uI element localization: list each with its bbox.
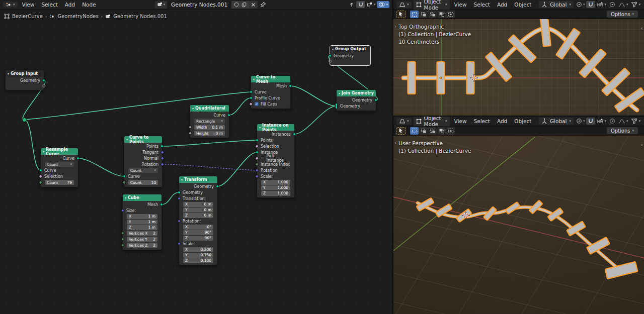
socket-vertices-y[interactable] — [121, 238, 124, 241]
socket-mesh[interactable] — [289, 84, 292, 87]
node-header[interactable]: ▾Group Output — [330, 46, 370, 52]
value-field-vertices-x[interactable]: Vertices X2 — [127, 231, 157, 236]
menu-add[interactable]: Add — [61, 2, 78, 8]
vector-field-z[interactable]: Z0.100 — [183, 258, 213, 263]
breadcrumb-modifier[interactable]: GeometryNodes — [57, 14, 98, 19]
sidebar-expand-arrow[interactable]: ‹ — [641, 142, 643, 148]
select-mode-invert-button[interactable] — [437, 127, 446, 135]
socket-curve[interactable] — [250, 90, 253, 93]
transform-orientation-dropdown[interactable]: Global▾ — [539, 1, 574, 8]
menu-select[interactable]: Select — [470, 118, 494, 124]
socket-translation-[interactable] — [178, 197, 181, 200]
checkbox-pick-instance[interactable] — [261, 156, 265, 160]
node-cube[interactable]: ▾CubeMeshSize:X1 mY1 mZ1 mVertices X2Ver… — [122, 194, 162, 250]
select-mode-intersect-button[interactable] — [446, 127, 455, 135]
vector-field-x[interactable]: X1.000 — [261, 180, 290, 185]
vector-field-z[interactable]: Z90° — [183, 236, 213, 241]
menu-object[interactable]: Object — [511, 2, 535, 8]
value-field-vertices-y[interactable]: Vertices Y2 — [127, 237, 157, 242]
vector-field-z[interactable]: Z1 m — [127, 225, 157, 230]
browse-node-tree-button[interactable]: ▾ — [155, 1, 168, 9]
value-field-count[interactable]: Count79 — [45, 180, 74, 185]
menu-select[interactable]: Select — [470, 2, 494, 8]
node-group-input[interactable]: ▾Group InputGeometry — [5, 70, 44, 90]
socket-curve[interactable] — [76, 157, 79, 160]
vector-field-y[interactable]: Y1.000 — [261, 185, 290, 190]
collapse-chevron-icon[interactable]: ▾ — [43, 150, 44, 153]
editor-type-button[interactable]: ▾ — [396, 118, 412, 125]
socket-scale-[interactable] — [178, 242, 181, 245]
node-header[interactable]: ▾Quadrilateral — [190, 105, 229, 112]
select-mode-intersect-button[interactable] — [446, 11, 455, 18]
socket-geometry[interactable] — [335, 103, 338, 109]
snap-toggle-button[interactable] — [586, 1, 595, 8]
editor-type-button[interactable]: ▾ — [396, 2, 412, 8]
node-header[interactable]: ▾Transform — [179, 176, 217, 183]
socket-instance[interactable] — [256, 151, 259, 154]
snap-target-button[interactable]: ▾ — [365, 1, 377, 8]
node-header[interactable]: ▾Curve to Points — [124, 136, 162, 143]
proportional-falloff-button[interactable]: ▾ — [617, 118, 630, 125]
select-mode-extend-button[interactable] — [419, 127, 428, 135]
node-resample-curve[interactable]: ▾Resample CurveCurveCount▾CurveSelection… — [40, 148, 78, 187]
socket-vertices-x[interactable] — [121, 232, 124, 235]
node-header[interactable]: ▾Join Geometry — [337, 90, 376, 96]
socket-vertices-z[interactable] — [121, 244, 124, 247]
collapse-chevron-icon[interactable]: ▾ — [339, 92, 340, 95]
collapse-chevron-icon[interactable]: ▾ — [192, 107, 194, 110]
pivot-point-button[interactable]: ▾ — [575, 1, 587, 8]
toolbar-expand-arrow[interactable]: › — [394, 140, 396, 146]
node-header[interactable]: ▾Cube — [123, 194, 162, 201]
node-header[interactable]: ▾Curve to Mesh — [251, 76, 290, 82]
unlink-button[interactable] — [249, 1, 258, 9]
node-tree-name[interactable]: Geometry Nodes.001 — [167, 1, 231, 9]
collapse-chevron-icon[interactable]: ▾ — [332, 48, 334, 51]
socket-geometry[interactable] — [216, 185, 219, 188]
filter-button[interactable]: ▾ — [629, 118, 642, 125]
node-transform[interactable]: ▾TransformGeometryGeometryTranslation:X0… — [179, 176, 218, 265]
socket-geometry[interactable] — [329, 54, 332, 57]
select-mode-set-button[interactable] — [410, 127, 419, 135]
options-button[interactable]: Options▾ — [607, 127, 638, 134]
menu-object[interactable]: Object — [511, 118, 535, 124]
vector-field-x[interactable]: X1 m — [127, 214, 157, 219]
socket-virtual[interactable] — [42, 84, 45, 87]
socket-instances[interactable] — [293, 133, 296, 136]
overlays-toggle-button[interactable]: ▾ — [377, 1, 389, 8]
menu-select[interactable]: Select — [38, 2, 61, 8]
socket-curve[interactable] — [227, 114, 230, 117]
vector-field-y[interactable]: Y0.750 — [183, 253, 213, 258]
select-mode-subtract-button[interactable] — [428, 11, 437, 18]
proportional-editing-button[interactable] — [608, 1, 617, 8]
collapse-chevron-icon[interactable]: ▾ — [125, 196, 126, 199]
menu-view[interactable]: View — [451, 118, 470, 124]
vector-field-y[interactable]: Y1 m — [127, 220, 157, 225]
socket-geometry[interactable] — [178, 191, 181, 194]
vector-field-z[interactable]: Z1.000 — [261, 191, 290, 196]
socket-geometry[interactable] — [374, 98, 377, 101]
socket-points[interactable] — [256, 139, 259, 142]
socket-profile-curve[interactable] — [250, 96, 253, 99]
node-curve-to-points[interactable]: ▾Curve to PointsPointsTangentNormalRotat… — [124, 136, 163, 187]
node-quadrilateral[interactable]: ▾QuadrilateralCurveRectangle▾Width0.1 mH… — [190, 104, 229, 138]
transform-orientation-dropdown[interactable]: Global▾ — [539, 118, 574, 125]
snap-with-button[interactable]: ▾ — [595, 2, 608, 8]
shield-icon[interactable] — [234, 2, 239, 8]
node-instance-on-points[interactable]: ▾Instance on PointsInstancesPointsSelect… — [257, 124, 295, 198]
menu-add[interactable]: Add — [494, 118, 511, 124]
parent-node-tree-button[interactable] — [347, 1, 356, 8]
socket-size-[interactable] — [121, 209, 124, 212]
editor-type-button[interactable]: ▾ — [3, 2, 18, 8]
proportional-falloff-button[interactable]: ▾ — [617, 2, 630, 8]
menu-view[interactable]: View — [19, 2, 38, 8]
mode-dropdown[interactable]: Count▾ — [45, 162, 74, 167]
snap-with-button[interactable]: ▾ — [595, 118, 608, 125]
select-mode-set-button[interactable] — [410, 11, 419, 18]
active-tool-tweak-button[interactable] — [396, 11, 406, 18]
menu-view[interactable]: View — [451, 2, 470, 8]
collapse-chevron-icon[interactable]: ▾ — [126, 138, 128, 141]
curve-instance[interactable] — [408, 62, 416, 94]
menu-add[interactable]: Add — [494, 2, 511, 8]
node-header[interactable]: ▾Instance on Points — [257, 124, 294, 131]
breadcrumb-node-tree[interactable]: Geometry Nodes.001 — [113, 14, 167, 19]
